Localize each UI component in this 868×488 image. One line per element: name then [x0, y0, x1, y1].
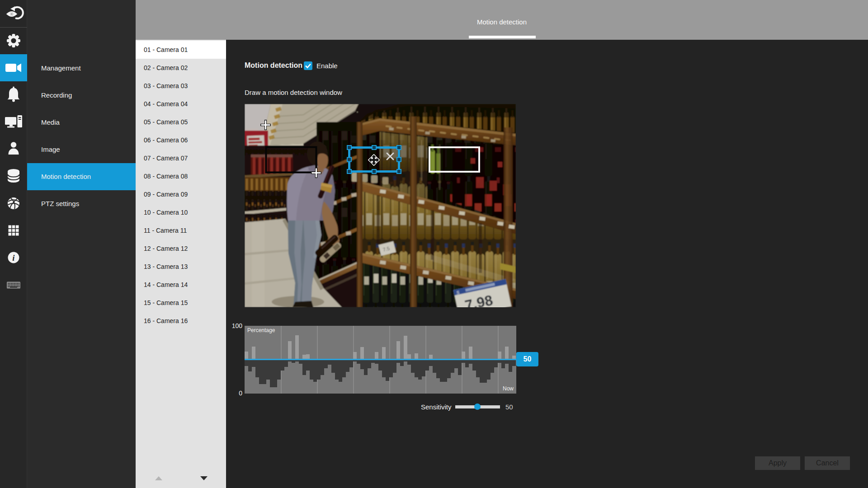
- svg-text:i: i: [12, 253, 15, 263]
- svg-text:7.5: 7.5: [382, 245, 390, 252]
- svg-text:S: S: [456, 290, 460, 295]
- svg-text:Now: Now: [503, 385, 514, 392]
- svg-text:Percentage: Percentage: [247, 327, 275, 333]
- svg-text:7.98: 7.98: [463, 292, 494, 307]
